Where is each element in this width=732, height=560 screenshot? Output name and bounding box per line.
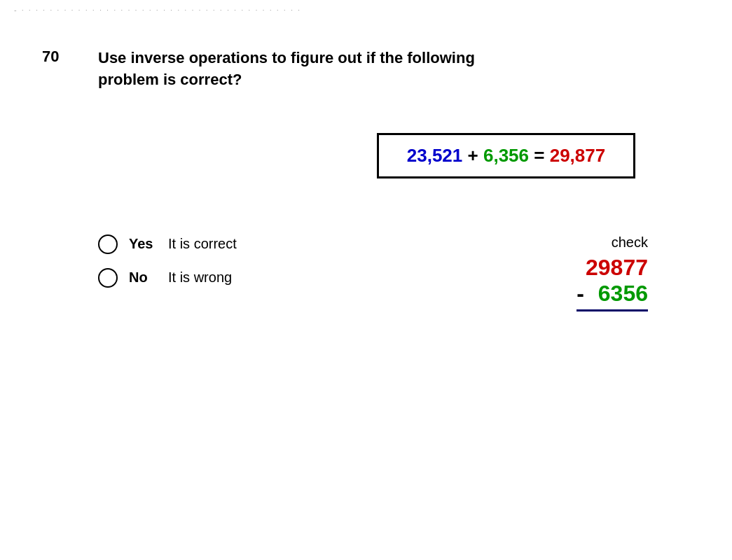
check-minus: - xyxy=(576,281,584,307)
option-no-label: No xyxy=(129,270,157,286)
equation-plus: + xyxy=(468,145,483,166)
radio-no[interactable] xyxy=(98,268,118,288)
equation-num2: 6,356 xyxy=(483,145,529,166)
main-content: 70 Use inverse operations to figure out … xyxy=(0,20,732,340)
option-no-row: No It is wrong xyxy=(98,268,237,288)
check-bottom-number: 6356 xyxy=(598,281,648,307)
question-number: 70 xyxy=(42,48,77,66)
option-yes-label: Yes xyxy=(129,236,157,252)
option-yes-row: Yes It is correct xyxy=(98,234,237,254)
question-text: Use inverse operations to figure out if … xyxy=(98,48,475,91)
equation-result: 29,877 xyxy=(550,145,606,166)
check-block: check 29877 - 6356 xyxy=(576,234,648,312)
equation-equals: = xyxy=(534,145,549,166)
options-area: Yes It is correct No It is wrong check 2… xyxy=(98,234,648,312)
check-label: check xyxy=(612,234,648,251)
option-yes-description: It is correct xyxy=(168,236,237,252)
top-dots: - · · · · · · · · · · · · · · · · · · · … xyxy=(0,0,732,20)
equation-box: 23,521 + 6,356 = 29,877 xyxy=(377,133,635,178)
options-list: Yes It is correct No It is wrong xyxy=(98,234,237,288)
question-row: 70 Use inverse operations to figure out … xyxy=(42,48,690,91)
equation-num1: 23,521 xyxy=(407,145,463,166)
check-underline xyxy=(576,309,648,312)
option-no-description: It is wrong xyxy=(168,270,232,286)
check-subtraction-row: - 6356 xyxy=(576,281,648,307)
radio-yes[interactable] xyxy=(98,234,118,254)
check-top-number: 29877 xyxy=(586,255,648,281)
